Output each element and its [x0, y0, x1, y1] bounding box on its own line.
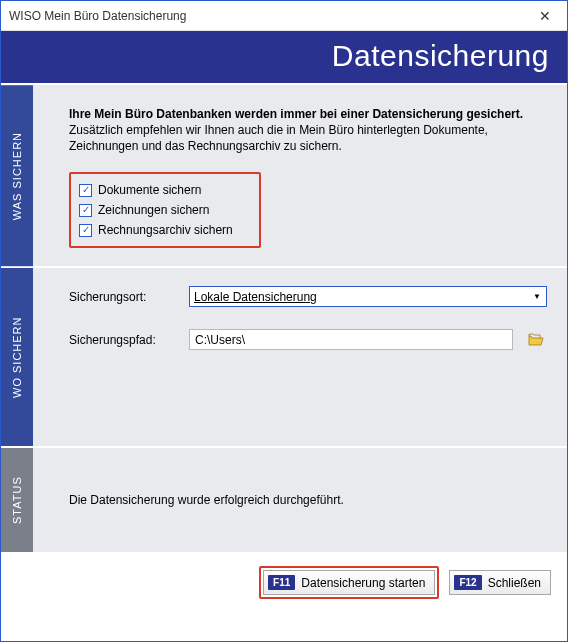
intro-heading: Ihre Mein Büro Datenbanken werden immer …: [69, 107, 547, 121]
page-title: Datensicherung: [332, 39, 549, 72]
close-icon[interactable]: ✕: [523, 1, 567, 31]
row-sicherungspfad: Sicherungspfad: C:\Users\: [69, 329, 547, 350]
select-sicherungsort[interactable]: Lokale Datensicherung ▼: [189, 286, 547, 307]
section-wo-sichern: WO SICHERN Sicherungsort: Lokale Datensi…: [1, 266, 567, 446]
label-sicherungspfad: Sicherungspfad:: [69, 333, 177, 347]
start-button-highlight: F11 Datensicherung starten: [259, 566, 439, 599]
section-was-sichern: WAS SICHERN Ihre Mein Büro Datenbanken w…: [1, 83, 567, 266]
page-header: Datensicherung: [1, 31, 567, 83]
close-button[interactable]: F12 Schließen: [449, 570, 551, 595]
button-label: Datensicherung starten: [301, 576, 425, 590]
checkbox-group-highlight: ✓ Dokumente sichern ✓ Zeichnungen sicher…: [69, 172, 261, 248]
window-title: WISO Mein Büro Datensicherung: [9, 9, 523, 23]
chevron-down-icon: ▼: [529, 287, 545, 306]
fkey-badge: F12: [454, 575, 481, 590]
check-icon: ✓: [79, 204, 92, 217]
checkbox-label: Dokumente sichern: [98, 183, 201, 197]
intro-subtext: Zusätzlich empfehlen wir Ihnen auch die …: [69, 123, 547, 154]
status-message: Die Datensicherung wurde erfolgreich dur…: [69, 493, 344, 507]
row-sicherungsort: Sicherungsort: Lokale Datensicherung ▼: [69, 286, 547, 307]
titlebar: WISO Mein Büro Datensicherung ✕: [1, 1, 567, 31]
side-tab-was: WAS SICHERN: [1, 85, 33, 266]
label-sicherungsort: Sicherungsort:: [69, 290, 177, 304]
side-tab-status: STATUS: [1, 448, 33, 552]
checkbox-rechnungsarchiv[interactable]: ✓ Rechnungsarchiv sichern: [79, 220, 233, 240]
footer: F11 Datensicherung starten F12 Schließen: [1, 552, 567, 613]
checkbox-label: Zeichnungen sichern: [98, 203, 209, 217]
button-label: Schließen: [488, 576, 541, 590]
checkbox-label: Rechnungsarchiv sichern: [98, 223, 233, 237]
section-status: STATUS Die Datensicherung wurde erfolgre…: [1, 446, 567, 552]
fkey-badge: F11: [268, 575, 295, 590]
checkbox-zeichnungen[interactable]: ✓ Zeichnungen sichern: [79, 200, 233, 220]
start-backup-button[interactable]: F11 Datensicherung starten: [263, 570, 435, 595]
check-icon: ✓: [79, 224, 92, 237]
select-value: Lokale Datensicherung: [194, 290, 317, 304]
input-value: C:\Users\: [195, 333, 245, 347]
checkbox-dokumente[interactable]: ✓ Dokumente sichern: [79, 180, 233, 200]
browse-folder-button[interactable]: [525, 329, 547, 350]
folder-open-icon: [528, 333, 544, 346]
side-tab-wo: WO SICHERN: [1, 268, 33, 446]
check-icon: ✓: [79, 184, 92, 197]
input-sicherungspfad[interactable]: C:\Users\: [189, 329, 513, 350]
